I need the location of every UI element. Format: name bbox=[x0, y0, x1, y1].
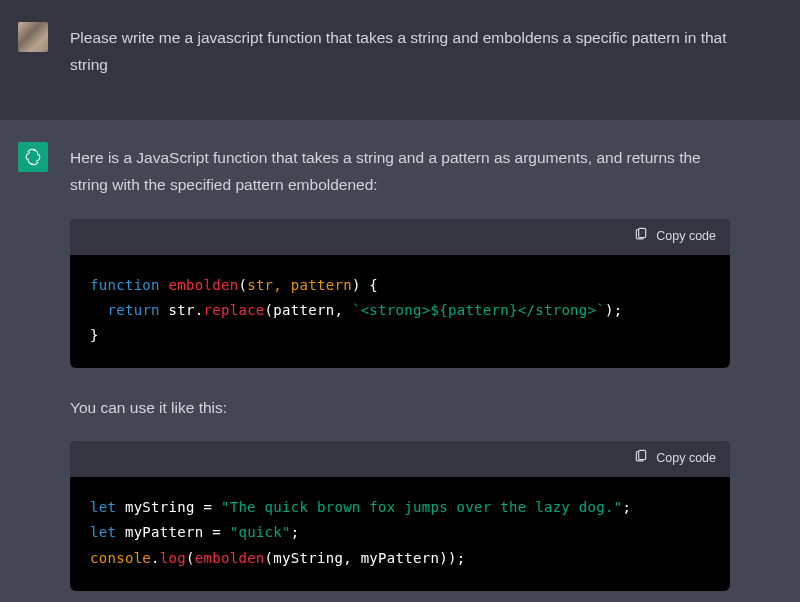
code-toolbar: Copy code bbox=[70, 441, 730, 477]
code-body-2: let myString = "The quick brown fox jump… bbox=[70, 477, 730, 591]
user-avatar bbox=[18, 22, 48, 52]
user-paragraph: Please write me a javascript function th… bbox=[70, 24, 730, 78]
code-block-1: Copy code function embolden(str, pattern… bbox=[70, 219, 730, 369]
user-message: Please write me a javascript function th… bbox=[0, 0, 800, 120]
copy-code-button[interactable]: Copy code bbox=[656, 448, 716, 470]
svg-rect-1 bbox=[639, 451, 646, 460]
assistant-message: Here is a JavaScript function that takes… bbox=[0, 120, 800, 602]
clipboard-icon[interactable] bbox=[634, 447, 648, 471]
assistant-avatar bbox=[18, 142, 48, 172]
code-block-2: Copy code let myString = "The quick brow… bbox=[70, 441, 730, 591]
svg-rect-0 bbox=[639, 228, 646, 237]
assistant-content: Here is a JavaScript function that takes… bbox=[70, 142, 730, 591]
user-text: Please write me a javascript function th… bbox=[70, 22, 730, 98]
openai-icon bbox=[23, 147, 43, 167]
assistant-mid: You can use it like this: bbox=[70, 394, 730, 421]
assistant-intro: Here is a JavaScript function that takes… bbox=[70, 144, 730, 198]
clipboard-icon[interactable] bbox=[634, 225, 648, 249]
code-toolbar: Copy code bbox=[70, 219, 730, 255]
copy-code-button[interactable]: Copy code bbox=[656, 226, 716, 248]
code-body-1: function embolden(str, pattern) { return… bbox=[70, 255, 730, 369]
